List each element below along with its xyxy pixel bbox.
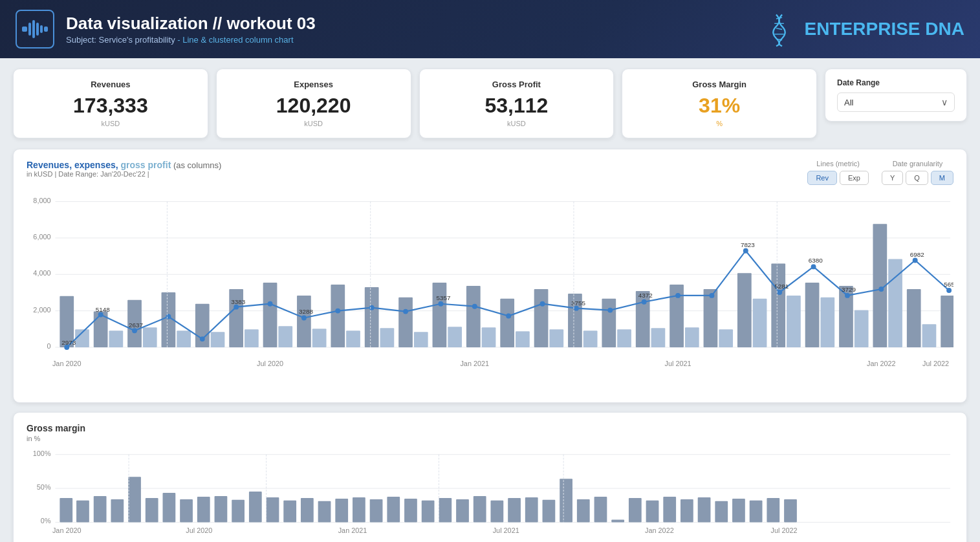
svg-rect-47 (500, 299, 514, 347)
svg-rect-41 (398, 298, 413, 347)
kpi-gross-margin: Gross Margin 31% % (622, 69, 817, 138)
svg-text:3383: 3383 (231, 298, 245, 305)
svg-rect-160 (560, 479, 572, 522)
granularity-control-group: Date granularity Y Q M (882, 160, 953, 185)
svg-rect-168 (698, 497, 711, 523)
svg-point-87 (506, 314, 511, 319)
lines-label: Lines (metric) (816, 160, 860, 168)
svg-rect-172 (767, 498, 779, 523)
gm-subtitle: in % (27, 435, 953, 442)
svg-text:Jan 2020: Jan 2020 (52, 360, 82, 367)
svg-point-96 (811, 265, 816, 270)
chevron-down-icon: ∨ (941, 97, 948, 107)
svg-rect-68 (855, 310, 869, 347)
btn-rev[interactable]: Rev (807, 171, 837, 185)
lines-control-group: Lines (metric) Rev Exp (807, 160, 869, 185)
svg-text:Jan 2022: Jan 2022 (867, 360, 896, 367)
kpi-gross-margin-value: 31% (638, 94, 801, 117)
svg-text:Jul 2022: Jul 2022 (771, 526, 798, 534)
svg-point-81 (301, 316, 307, 321)
svg-rect-56 (651, 328, 666, 347)
svg-point-85 (438, 301, 443, 307)
svg-line-8 (776, 28, 782, 29)
svg-text:Jan 2021: Jan 2021 (460, 360, 489, 367)
svg-rect-134 (111, 499, 124, 523)
date-range-value: All (844, 98, 853, 107)
btn-month[interactable]: M (931, 171, 953, 185)
kpi-gross-profit-label: Gross Profit (435, 80, 598, 89)
svg-rect-64 (787, 296, 801, 347)
svg-text:Jul 2020: Jul 2020 (186, 526, 212, 534)
svg-rect-3 (36, 23, 39, 36)
svg-rect-135 (128, 477, 141, 522)
app-icon (16, 10, 54, 49)
svg-rect-163 (611, 520, 624, 523)
svg-text:5148: 5148 (96, 306, 110, 313)
svg-point-86 (472, 304, 477, 309)
svg-rect-60 (719, 329, 733, 347)
svg-rect-169 (715, 501, 728, 523)
svg-point-78 (200, 336, 205, 341)
svg-text:8,000: 8,000 (33, 197, 50, 204)
svg-rect-147 (335, 499, 348, 523)
svg-rect-142 (249, 492, 262, 522)
svg-rect-133 (94, 496, 107, 523)
brand-name: ENTERPRISE DNA (805, 19, 964, 39)
kpi-expenses: Expenses 120,220 kUSD (216, 69, 411, 138)
svg-point-100 (946, 288, 952, 293)
svg-text:7823: 7823 (741, 241, 755, 248)
svg-rect-71 (907, 289, 921, 347)
main-title: Data visualization // workout 03 (66, 14, 316, 34)
chart-title-gray: gross profit (118, 160, 171, 170)
kpi-row: Revenues 173,333 kUSD Expenses 120,220 k… (13, 69, 967, 138)
svg-text:6380: 6380 (809, 257, 823, 265)
svg-point-76 (132, 328, 137, 333)
svg-text:5653: 5653 (944, 281, 953, 288)
main-chart-svg-wrap: 8,000 6,000 4,000 2,000 0 (27, 189, 953, 392)
svg-text:3288: 3288 (299, 308, 313, 315)
svg-rect-132 (76, 501, 89, 523)
svg-text:Jul 2021: Jul 2021 (493, 526, 519, 534)
svg-point-94 (743, 248, 748, 254)
btn-year[interactable]: Y (882, 171, 903, 185)
kpi-expenses-label: Expenses (232, 80, 395, 89)
svg-rect-157 (508, 498, 521, 523)
kpi-expenses-unit: kUSD (232, 120, 395, 127)
svg-point-82 (335, 309, 340, 314)
svg-rect-36 (312, 329, 327, 347)
svg-rect-156 (490, 501, 503, 523)
svg-text:0: 0 (47, 342, 51, 350)
svg-rect-0 (22, 27, 27, 32)
kpi-gross-margin-unit: % (638, 120, 801, 127)
svg-rect-49 (534, 289, 549, 347)
svg-rect-151 (404, 499, 417, 523)
svg-rect-32 (245, 329, 259, 347)
svg-rect-72 (922, 325, 937, 348)
svg-rect-139 (197, 497, 210, 523)
kpi-revenues-value: 173,333 (29, 94, 192, 117)
chart-controls: Lines (metric) Rev Exp Date granularity … (807, 160, 953, 185)
chart-title-blue: Revenues, expenses, (27, 160, 118, 170)
svg-rect-61 (737, 273, 752, 347)
gross-margin-chart: Gross margin in % 100% 50% 0% (13, 412, 967, 542)
svg-rect-73 (941, 296, 953, 347)
svg-rect-59 (704, 289, 718, 347)
kpi-expenses-value: 120,220 (232, 94, 395, 117)
header-title: Data visualization // workout 03 Subject… (66, 14, 316, 45)
date-range-select[interactable]: All ∨ (837, 92, 955, 112)
svg-rect-26 (143, 327, 157, 347)
svg-point-92 (675, 293, 681, 298)
btn-exp[interactable]: Exp (840, 171, 869, 185)
svg-rect-159 (543, 500, 556, 523)
svg-rect-158 (525, 497, 538, 523)
svg-rect-5 (44, 27, 48, 32)
main-chart-container: Revenues, expenses, gross profit (as col… (13, 149, 967, 403)
svg-text:Jan 2022: Jan 2022 (645, 526, 674, 534)
btn-quarter[interactable]: Q (906, 171, 928, 185)
svg-text:6982: 6982 (910, 251, 924, 258)
svg-rect-162 (594, 497, 607, 523)
kpi-gross-profit-unit: kUSD (435, 120, 598, 127)
svg-rect-150 (387, 497, 400, 523)
svg-text:Jan 2021: Jan 2021 (338, 526, 367, 534)
svg-rect-30 (211, 332, 225, 347)
